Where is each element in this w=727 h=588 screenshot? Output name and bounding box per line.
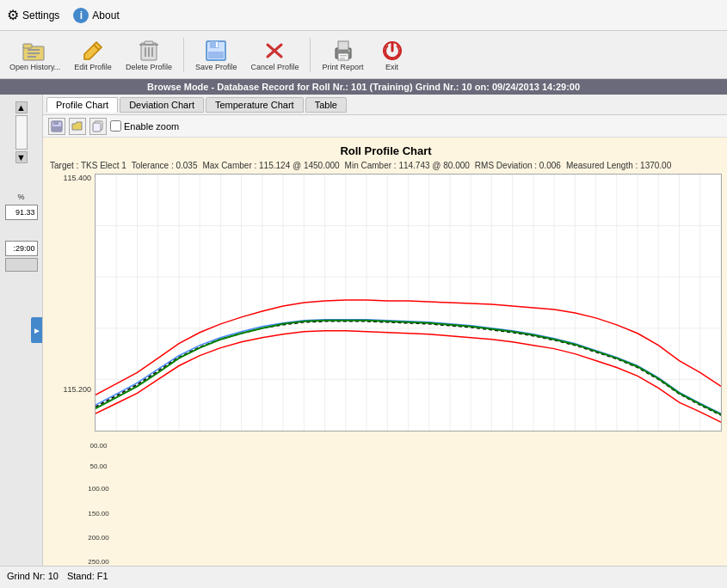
toolbar: Open History... Edit Profile Delete Prof… [0,31,727,79]
cancel-profile-icon [261,39,288,63]
save-profile-icon [202,39,230,63]
stat-min-camber: Min Camber : 114.743 @ 80.000 [345,161,470,170]
svg-rect-15 [216,42,218,47]
y-tick-6: 115.400 [63,174,91,182]
svg-rect-29 [93,123,101,132]
status-bar: Grind Nr: 10 Stand: F1 [0,566,727,585]
x-tick: 150.00 [88,509,108,517]
x-tick: 100.00 [88,485,108,493]
scroll-up-button[interactable]: ▲ [15,101,28,113]
tab-table[interactable]: Table [305,97,347,113]
delete-profile-button[interactable]: Delete Profile [120,34,178,77]
svg-rect-4 [28,56,36,58]
settings-icon: ⚙ [7,7,19,23]
chart-toolbar: Enable zoom [43,115,727,138]
x-tick: 50.00 [89,462,107,470]
x-axis-labels: 00.00 50.00 100.00 150.00 200.00 250.00 … [95,433,102,566]
exit-button[interactable]: Exit [372,34,413,77]
print-report-button[interactable]: Print Report [316,34,369,77]
chart-container: Roll Profile Chart Target : TKS Elect 1 … [43,138,727,566]
svg-rect-23 [348,50,350,52]
cancel-profile-button[interactable]: Cancel Profile [244,34,305,77]
print-report-icon [330,39,357,63]
left-sidebar: ▲ ▼ % 91.33 :29:00 ► [0,95,43,566]
about-label: About [92,9,119,21]
enable-zoom-label: Enable zoom [124,121,179,132]
svg-rect-2 [28,49,40,51]
y-tick-5: 115.200 [63,385,91,394]
svg-rect-20 [338,53,348,60]
x-tick: 250.00 [88,558,108,566]
chart-svg-area: Profile [95,174,722,566]
stat-rms: RMS Deviation : 0.006 [475,161,561,170]
status-header: Browse Mode - Database Record for Roll N… [0,79,727,95]
x-tick: 200.00 [88,534,108,542]
tabs-bar: Profile Chart Deviation Chart Temperatur… [43,95,727,115]
svg-rect-21 [340,55,347,57]
sidebar-button[interactable] [5,258,38,272]
status-header-text: Browse Mode - Database Record for Roll N… [147,82,580,92]
open-history-label: Open History... [9,63,60,71]
about-menu[interactable]: i About [73,8,119,23]
svg-rect-26 [53,121,59,125]
toolbar-separator-1 [183,38,184,72]
settings-menu[interactable]: ⚙ Settings [7,7,59,23]
svg-rect-19 [338,41,348,50]
exit-label: Exit [385,63,398,71]
y-axis: 115.400 115.200 115.000 114.800 114.600 … [50,174,95,566]
content-area: Profile Chart Deviation Chart Temperatur… [43,95,727,566]
percent-label: % [17,193,24,201]
chart-stats: Target : TKS Elect 1 Tolerance : 0.035 M… [50,161,722,170]
delete-profile-label: Delete Profile [126,63,172,71]
save-profile-button[interactable]: Save Profile [189,34,243,77]
percent-input[interactable]: 91.33 [5,205,38,220]
x-tick: 00.00 [89,442,107,450]
svg-rect-1 [23,44,32,48]
grind-label: Grind Nr: 10 [7,571,59,581]
svg-rect-27 [52,126,61,131]
edit-profile-label: Edit Profile [74,63,112,71]
scroll-right-indicator[interactable]: ► [31,317,43,343]
time-input[interactable]: :29:00 [5,241,38,256]
chart-area: 115.400 115.200 115.000 114.800 114.600 … [50,174,722,566]
about-icon: i [73,8,89,23]
stat-length: Measured Length : 1370.00 [566,161,671,170]
enable-zoom-container: Enable zoom [110,120,179,132]
settings-label: Settings [22,9,59,21]
open-history-button[interactable]: Open History... [3,34,66,77]
delete-profile-icon [135,39,163,63]
edit-profile-icon [79,39,107,63]
tab-profile-chart[interactable]: Profile Chart [46,97,118,113]
save-profile-label: Save Profile [195,63,237,71]
open-history-icon [22,39,49,63]
exit-icon [379,39,406,63]
svg-rect-3 [28,52,40,54]
chart-title: Roll Profile Chart [50,144,722,157]
stat-target: Target : TKS Elect 1 [50,161,126,170]
tab-deviation-chart[interactable]: Deviation Chart [120,97,204,113]
cancel-profile-label: Cancel Profile [250,63,299,71]
svg-rect-14 [208,52,224,58]
main-area: ▲ ▼ % 91.33 :29:00 ► Profile Chart Devia… [0,95,727,566]
copy-chart-button[interactable] [89,118,107,135]
top-bar: ⚙ Settings i About [0,0,727,31]
open-chart-button[interactable] [69,118,86,135]
enable-zoom-checkbox[interactable] [110,120,121,132]
toolbar-separator-2 [310,38,311,72]
stand-label: Stand: F1 [67,571,108,581]
print-report-label: Print Report [322,63,363,71]
save-chart-button[interactable] [48,118,65,135]
edit-profile-button[interactable]: Edit Profile [68,34,118,77]
svg-rect-22 [340,58,345,59]
stat-max-camber: Max Camber : 115.124 @ 1450.000 [202,161,339,170]
stat-tolerance: Tolerance : 0.035 [132,161,198,170]
scroll-down-button[interactable]: ▼ [15,151,28,163]
tab-temperature-chart[interactable]: Temperature Chart [206,97,304,113]
chart-svg [95,174,722,432]
